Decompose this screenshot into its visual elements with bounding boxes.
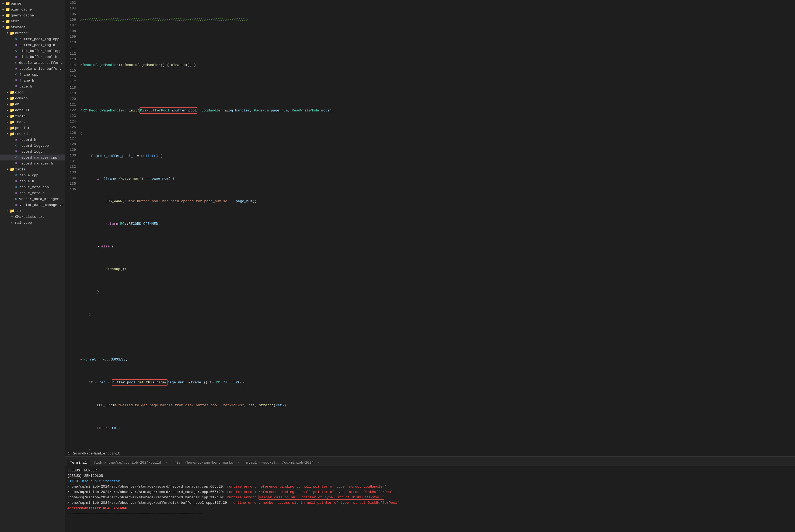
sidebar-item-record-h[interactable]: H record.h: [0, 137, 64, 143]
terminal-tab-mysql[interactable]: mysql --socket.../cq/miniob-2024 ✕: [243, 460, 323, 466]
editor-area: 103 104 105 106 107 108 109 110 111 112 …: [64, 0, 795, 532]
sidebar-item-label: record.h: [19, 138, 36, 142]
sidebar-item-page-h[interactable]: H page.h: [0, 83, 64, 89]
sidebar-item-trx[interactable]: 📁 trx: [0, 208, 64, 214]
sidebar-item-cmake[interactable]: ≡ CMakeLists.txt: [0, 214, 64, 220]
sidebar-item-disk-buffer-pool-cpp[interactable]: C disk_buffer_pool.cpp: [0, 48, 64, 54]
terminal-tab-close[interactable]: ✕: [318, 461, 320, 465]
sidebar-item-stmt[interactable]: 📁 stmt: [0, 18, 64, 24]
code-body[interactable]: ////////////////////////////////////////…: [78, 0, 795, 451]
folder-icon: 📁: [5, 19, 10, 23]
sidebar-item-db[interactable]: 📁 db: [0, 101, 64, 107]
sidebar-item-buffer-pool-log-h[interactable]: H buffer_pool_log.h: [0, 42, 64, 48]
editor-content[interactable]: 103 104 105 106 107 108 109 110 111 112 …: [64, 0, 795, 451]
sidebar-item-persist[interactable]: 📁 persist: [0, 125, 64, 131]
chevron-icon: [5, 102, 10, 106]
debug-arrow-icon-107: ⚡: [80, 108, 82, 113]
sidebar-item-label: table.cpp: [19, 173, 38, 177]
h-icon: H: [14, 55, 18, 59]
terminal-tab-terminal[interactable]: Terminal: [67, 460, 90, 466]
sidebar-item-table-cpp[interactable]: C table.cpp: [0, 172, 64, 178]
code-line-111: LOG_WARN("Disk buffer pool has been open…: [80, 198, 795, 204]
code-line-121: return ret;: [80, 425, 795, 431]
folder-icon: 📁: [10, 126, 14, 130]
sidebar-item-frame-h[interactable]: H frame.h: [0, 78, 64, 83]
chevron-icon: [5, 90, 10, 95]
sidebar-item-query-cache[interactable]: 📁 query_cache: [0, 13, 64, 18]
sidebar-item-frame-cpp[interactable]: C frame.cpp: [0, 72, 64, 78]
sidebar-item-label: query_cache: [11, 14, 34, 18]
terminal-tab-bench[interactable]: fish /home/cq/ann-benchmarks ✕: [171, 460, 242, 466]
sidebar-item-disk-buffer-pool-h[interactable]: H disk_buffer_pool.h: [0, 54, 64, 60]
sidebar-item-label: table.h: [19, 179, 34, 183]
cpp-icon: C: [14, 61, 18, 65]
sidebar-item-storage[interactable]: 📁 storage: [0, 24, 64, 30]
sidebar-item-buffer-pool-log-cpp[interactable]: C buffer_pool_log.cpp: [0, 36, 64, 42]
sidebar-item-double-write-cpp[interactable]: C double_write_buffer.cpp: [0, 60, 64, 66]
sidebar-item-table[interactable]: 📁 table: [0, 166, 64, 172]
terminal-tab-close[interactable]: ✕: [237, 461, 239, 465]
terminal-line-error-1: /home/cq/miniob-2024/src/observer/storag…: [67, 484, 792, 490]
terminal-body[interactable]: [DEBUG] NUMBER [DEBUG] SEMICOLON [INFO] …: [64, 466, 795, 532]
sidebar-item-default[interactable]: 📁 default: [0, 107, 64, 113]
sidebar-item-label: buffer_pool_log.h: [19, 43, 55, 47]
terminal-line-info-tuple: [INFO] use tuple iterator: [67, 479, 792, 484]
h-icon: H: [14, 137, 18, 142]
sidebar-item-plan-cache[interactable]: 📁 plan_cache: [0, 6, 64, 13]
sidebar-item-label: plan_cache: [11, 7, 32, 12]
sidebar-item-record-log-h[interactable]: H record_log.h: [0, 149, 64, 154]
chevron-icon: [5, 120, 10, 124]
terminal-tab-label: fish /home/cq/ann-benchmarks: [174, 461, 233, 465]
sidebar-item-record-manager-h[interactable]: H record_manager.h: [0, 160, 64, 166]
terminal-tab-close[interactable]: ✕: [165, 461, 167, 465]
chevron-icon: [5, 167, 10, 171]
sidebar-item-record-log-cpp[interactable]: C record_log.cpp: [0, 143, 64, 149]
h-icon: H: [14, 161, 18, 166]
breadcrumb-file-icon: ①: [67, 451, 71, 456]
sidebar[interactable]: 📁 parser 📁 plan_cache 📁 query_cache 📁 st…: [0, 0, 64, 532]
sidebar-item-label: persist: [15, 126, 30, 130]
h-icon: H: [14, 179, 18, 183]
sidebar-item-label: main.cpp: [15, 221, 32, 225]
sidebar-item-table-meta-h[interactable]: H table_meta.h: [0, 190, 64, 196]
cpp-icon: C: [14, 197, 18, 201]
sidebar-item-main-cpp[interactable]: C main.cpp: [0, 220, 64, 226]
folder-icon: 📁: [10, 31, 14, 35]
terminal-line-error-4: /home/cq/miniob-2024/src/observer/storag…: [67, 500, 792, 506]
sidebar-item-double-write-h[interactable]: H double_write_buffer.h: [0, 66, 64, 72]
sidebar-item-parser[interactable]: 📁 parser: [0, 1, 64, 6]
code-line-119: if ((ret = buffer_pool.get_this_page(pag…: [80, 379, 795, 385]
sidebar-item-label: record: [15, 132, 28, 136]
terminal-tab-label: mysql --socket.../cq/miniob-2024: [246, 461, 314, 465]
folder-icon: 📁: [5, 1, 10, 6]
terminal-tab-build[interactable]: fish /home/cq/...niob-2024/build ✕: [91, 460, 170, 466]
sidebar-item-label: record_log.cpp: [19, 144, 49, 148]
sidebar-item-table-meta-cpp[interactable]: C table_meta.cpp: [0, 184, 64, 190]
sidebar-item-record[interactable]: 📁 record: [0, 131, 64, 137]
sidebar-item-index[interactable]: 📁 index: [0, 119, 64, 125]
h-icon: H: [14, 78, 18, 83]
sidebar-item-common[interactable]: 📁 common: [0, 95, 64, 101]
h-icon: H: [14, 66, 18, 71]
sidebar-item-vector-data-h[interactable]: H vector_data_manager.h: [0, 202, 64, 208]
cpp-icon: C: [14, 185, 18, 189]
code-line-107: ⚡ RC RecordPageHandler::init(DiskBufferP…: [80, 108, 795, 114]
sidebar-item-vector-data-cpp[interactable]: C vector_data_manager.cpp: [0, 196, 64, 202]
chevron-icon: [1, 7, 5, 12]
folder-icon: 📁: [10, 209, 14, 213]
sidebar-item-label: disk_buffer_pool.h: [19, 55, 57, 59]
sidebar-item-label: disk_buffer_pool.cpp: [19, 49, 61, 53]
folder-icon: 📁: [10, 96, 14, 100]
sidebar-item-clog[interactable]: 📁 clog: [0, 89, 64, 95]
code-line-118: ●RC ret = RC::SUCCESS;: [80, 357, 795, 362]
h-icon: H: [14, 84, 18, 89]
sidebar-item-buffer[interactable]: 📁 buffer: [0, 30, 64, 36]
folder-icon: 📁: [5, 13, 10, 18]
sidebar-item-table-h[interactable]: H table.h: [0, 178, 64, 184]
sidebar-item-record-manager-cpp[interactable]: C record_manager.cpp: [0, 154, 64, 160]
chevron-icon: [1, 19, 5, 23]
chevron-icon: [1, 25, 5, 29]
sidebar-item-field[interactable]: 📁 field: [0, 113, 64, 119]
sidebar-item-label: db: [15, 102, 19, 106]
code-line-110: if (frame_->page_num() == page_num) {: [80, 176, 795, 182]
